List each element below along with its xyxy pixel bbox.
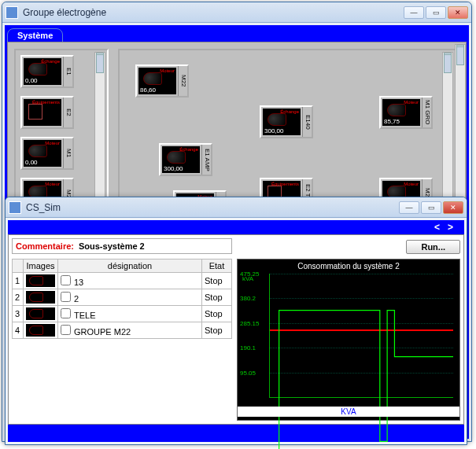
equipment-tag: Échange <box>280 109 299 114</box>
commentaire-bar: Commentaire: Sous-système 2 <box>12 238 232 254</box>
cell-etat[interactable]: Stop <box>202 289 232 306</box>
nav-next-button[interactable]: > <box>448 222 453 233</box>
window-title: CS_Sim <box>26 202 399 213</box>
cell-index: 1 <box>13 273 24 289</box>
equipment-label: M22 <box>178 66 187 96</box>
maximize-button[interactable]: ▭ <box>426 6 446 19</box>
equipment-thumb: Échange0,00 <box>24 58 61 85</box>
equipment-tag: Moteur <box>404 100 419 105</box>
table-row[interactable]: 3TELEStop <box>13 306 232 322</box>
cell-index: 3 <box>13 306 24 322</box>
equipment-thumb: Échange300,00 <box>162 146 200 173</box>
run-button[interactable]: Run... <box>406 240 460 254</box>
x-axis-label: KVA <box>238 407 459 417</box>
cell-designation[interactable]: TELE <box>58 306 202 322</box>
y-tick-label: 95.05 <box>240 369 256 376</box>
minimize-button[interactable]: — <box>404 6 424 19</box>
equipment-thumb: Moteur0,00 <box>24 140 61 167</box>
toolbar-nav: < > <box>8 220 464 234</box>
equipment-value: 0,00 <box>25 159 38 166</box>
equipment-E1AMP[interactable]: Échange300,00E1 AMP <box>159 143 212 176</box>
equipment-E140[interactable]: Échange300,00E140 <box>260 105 313 138</box>
col-idx <box>13 259 24 273</box>
series-green <box>270 274 453 449</box>
equipment-E2[interactable]: ÉquipementsE2 <box>20 96 74 129</box>
table-row[interactable]: 4GROUPE M22Stop <box>13 322 232 339</box>
cell-etat[interactable]: Stop <box>202 306 232 322</box>
col-images: Images <box>24 259 58 273</box>
equipment-value: 86,60 <box>140 86 156 94</box>
cell-image <box>24 289 58 306</box>
cell-image <box>24 322 58 339</box>
cell-image <box>24 273 58 289</box>
window-title: Groupe électrogène <box>23 7 404 18</box>
titlebar-main[interactable]: Groupe électrogène — ▭ ✕ <box>2 2 471 23</box>
equipment-tag: Équipements <box>271 182 299 186</box>
equipment-M1[interactable]: Moteur0,00M1 <box>20 137 74 170</box>
equipment-thumb: Moteur85,75 <box>382 99 420 126</box>
minimize-button[interactable]: — <box>399 201 419 214</box>
equipment-M1GRO[interactable]: Moteur85,75M1 GRO <box>379 96 433 129</box>
equipment-value: 300,00 <box>164 165 183 172</box>
equipment-tag: Moteur <box>45 141 60 145</box>
col-etat: Etat <box>202 259 232 273</box>
cell-designation[interactable]: GROUPE M22 <box>58 322 202 339</box>
equipment-tag: Moteur <box>160 68 175 73</box>
y-tick-label: 285.15 <box>240 319 259 326</box>
sub-body: Commentaire: Sous-système 2 Images désig… <box>8 234 464 425</box>
nav-prev-button[interactable]: < <box>434 222 440 233</box>
tab-systeme[interactable]: Système <box>7 28 63 42</box>
table-row[interactable]: 113Stop <box>13 273 232 289</box>
commentaire-value: Sous-système 2 <box>79 241 145 251</box>
table-row[interactable]: 22Stop <box>13 289 232 306</box>
cell-index: 2 <box>13 289 24 306</box>
equipment-M22[interactable]: Moteur86,60M22 <box>135 64 189 98</box>
row-checkbox[interactable] <box>61 325 71 335</box>
cell-etat[interactable]: Stop <box>202 322 232 339</box>
maximize-button[interactable]: ▭ <box>421 201 441 214</box>
equipment-label: E140 <box>302 107 312 137</box>
equipment-label: M1 GRO <box>422 98 431 127</box>
chart-consommation: Consommation du système 2 kVA 95.05190.1… <box>237 259 460 421</box>
app-icon <box>6 6 18 19</box>
cell-designation[interactable]: 2 <box>58 289 202 306</box>
commentaire-label: Commentaire: <box>16 241 74 251</box>
equipment-thumb: Équipements <box>24 99 61 126</box>
equipment-tag: Échange <box>179 147 198 152</box>
equipment-label: E1 AMP <box>201 145 211 175</box>
equipment-tag: Échange <box>41 59 60 64</box>
close-button[interactable]: ✕ <box>443 201 463 214</box>
window-cs-sim: CS_Sim — ▭ ✕ < > Commentaire: Sous-systè… <box>5 197 467 445</box>
equipment-label: E1 <box>63 57 72 86</box>
cell-designation[interactable]: 13 <box>58 273 202 289</box>
y-tick-label: 190.1 <box>240 344 256 351</box>
cell-image <box>24 306 58 322</box>
y-tick-label: 380.2 <box>240 295 256 302</box>
titlebar-sub[interactable]: CS_Sim — ▭ ✕ <box>6 197 467 218</box>
equipment-label: E2 <box>63 98 72 127</box>
cell-index: 4 <box>13 322 24 339</box>
equipment-tag: Moteur <box>45 182 60 186</box>
equipment-value: 300,00 <box>264 127 283 134</box>
chart-title: Consommation du système 2 <box>238 262 459 271</box>
app-icon <box>9 201 21 214</box>
equipment-E1[interactable]: Échange0,00E1 <box>20 55 74 88</box>
equipment-value: 0,00 <box>25 77 38 84</box>
close-button[interactable]: ✕ <box>448 6 468 19</box>
equipment-thumb: Moteur86,60 <box>138 68 176 94</box>
row-checkbox[interactable] <box>61 308 71 318</box>
equipment-table: Images désignation Etat 113Stop22Stop3TE… <box>12 259 232 339</box>
equipment-label: M1 <box>63 138 72 168</box>
equipment-tag: Moteur <box>404 182 419 186</box>
equipment-tag: Équipements <box>32 100 60 105</box>
row-checkbox[interactable] <box>61 292 71 302</box>
col-designation: désignation <box>58 259 202 273</box>
equipment-thumb: Échange300,00 <box>263 109 301 135</box>
y-tick-label: 475.25 <box>240 271 259 278</box>
equipment-value: 85,75 <box>384 118 400 125</box>
row-checkbox[interactable] <box>61 275 71 285</box>
cell-etat[interactable]: Stop <box>202 273 232 289</box>
